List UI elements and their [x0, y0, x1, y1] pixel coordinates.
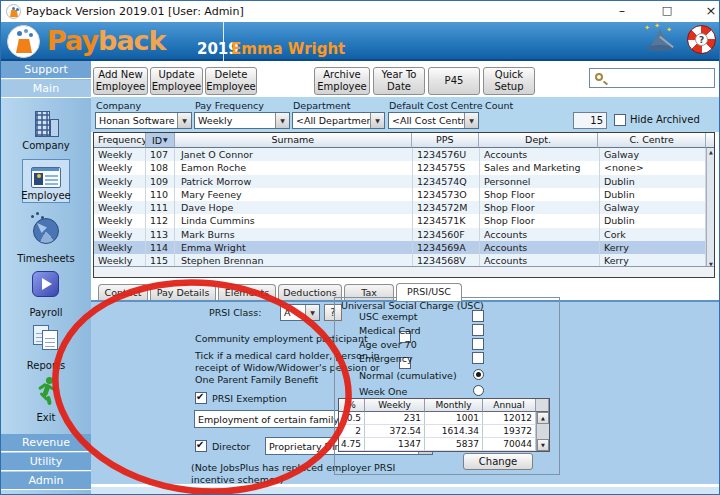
chevron-down-icon[interactable]: ▼	[305, 305, 319, 320]
wizard-icon[interactable]: ✦✦✦	[644, 25, 676, 57]
sidebar-section-revenue[interactable]: Revenue	[1, 434, 91, 452]
chevron-down-icon[interactable]: ▼	[177, 113, 191, 128]
horizontal-scrollbar[interactable]	[94, 266, 714, 277]
vertical-scrollbar[interactable]: ▲ ▼	[706, 148, 714, 268]
company-icon	[31, 109, 61, 139]
employee-cell: Dave Hope	[175, 201, 413, 214]
button-label: Date	[387, 81, 411, 94]
age-over-70-checkbox[interactable]	[472, 338, 484, 350]
scroll-down-icon[interactable]: ▼	[537, 439, 549, 451]
column-header-surname[interactable]: Surname	[175, 133, 412, 148]
column-header-frequency[interactable]: Frequency	[94, 133, 146, 148]
emergency-checkbox[interactable]	[472, 352, 484, 364]
employee-card-icon	[31, 163, 61, 193]
employee-cell: Galway	[600, 201, 706, 214]
rate-col-percent: %	[339, 399, 365, 412]
employee-cell: 108	[146, 161, 175, 174]
count-label: Count	[485, 100, 513, 111]
employee-cell: Shop Floor	[480, 201, 600, 214]
scroll-up-icon[interactable]: ▲	[707, 148, 715, 156]
sidebar-section-support[interactable]: Support	[1, 61, 91, 79]
chevron-down-icon[interactable]: ▼	[370, 113, 384, 128]
usc-rate-cell: 372.54	[365, 425, 425, 438]
tab-prsi-usc[interactable]: PRSI/USC	[396, 283, 462, 301]
employee-cell: Weekly	[94, 161, 146, 174]
quick-setup-button[interactable]: QuickSetup	[483, 67, 535, 95]
archive-employee-button[interactable]: ArchiveEmployee	[314, 67, 370, 95]
tab-contact[interactable]: Contact	[98, 284, 148, 300]
normal-cumulative-radio[interactable]	[473, 369, 484, 380]
employee-row[interactable]: Weekly113Mark Burns1234560FAccountsCork	[94, 228, 714, 241]
employee-cell: Cork	[600, 228, 706, 241]
employee-cell: 112	[146, 214, 175, 227]
delete-employee-button[interactable]: DeleteEmployee	[205, 67, 257, 95]
usc-title: Universal Social Charge (USC)	[341, 300, 484, 311]
sidebar-section-admin[interactable]: Admin	[1, 472, 91, 490]
tab-elements[interactable]: Elements	[218, 284, 276, 300]
employee-row[interactable]: Weekly107Janet O Connor1234576UAccountsG…	[94, 148, 714, 161]
employee-cell: Weekly	[94, 228, 146, 241]
chevron-down-icon[interactable]: ▼	[464, 113, 478, 128]
sidebar-item-label: Employee	[1, 190, 91, 201]
employee-row[interactable]: Weekly111Dave Hope1234572MShop FloorGalw…	[94, 201, 714, 214]
usc-rate-cell: 231	[365, 412, 425, 425]
company-select[interactable]: Honan Software▼	[95, 112, 192, 129]
rates-scrollbar[interactable]: ▲ ▼	[536, 412, 549, 451]
prsi-class-select[interactable]: A▼	[280, 304, 320, 321]
maximize-button[interactable]: □	[656, 1, 678, 22]
clock-pie-icon	[31, 215, 61, 245]
usc-rate-cell: 4.75	[339, 438, 365, 451]
employee-cell: Dublin	[600, 214, 706, 227]
column-header-id-sorted[interactable]: ID▼	[146, 133, 175, 148]
normal-cumulative-label: Normal (cumulative)	[359, 370, 457, 381]
employee-row[interactable]: Weekly112Linda Cummins1234571KShop Floor…	[94, 214, 714, 227]
rate-col-weekly: Weekly	[365, 399, 425, 412]
director-checkbox[interactable]: ✔	[195, 440, 207, 452]
employee-cell: Sales and Marketing	[480, 161, 600, 174]
sort-desc-icon: ▼	[163, 136, 168, 143]
department-select[interactable]: <All Department▼	[292, 112, 385, 129]
sidebar-section-utility[interactable]: Utility	[1, 453, 91, 471]
usc-rate-cell: 0.5	[339, 412, 365, 425]
year-to-date-button[interactable]: Year ToDate	[373, 67, 425, 95]
minimize-button[interactable]: –	[611, 1, 633, 22]
column-header-pps[interactable]: PPS	[412, 133, 479, 148]
column-header-dept[interactable]: Dept.	[479, 133, 599, 148]
usc-rate-row: 4.751347583770044	[339, 438, 549, 451]
employee-row[interactable]: Weekly108Eamon Roche1234575SSales and Ma…	[94, 161, 714, 174]
tab-pay-details[interactable]: Pay Details	[150, 284, 216, 300]
prsi-class-label: PRSI Class:	[209, 307, 261, 318]
employee-row[interactable]: Weekly109Patrick Morrow1234574QPersonnel…	[94, 175, 714, 188]
app-icon	[6, 4, 21, 19]
medical-card-usc-checkbox[interactable]	[472, 324, 484, 336]
week-one-radio[interactable]	[473, 385, 484, 396]
add-new-employee-button[interactable]: Add NewEmployee	[93, 67, 148, 95]
update-employee-button[interactable]: UpdateEmployee	[150, 67, 203, 95]
tab-deductions[interactable]: Deductions	[278, 284, 342, 300]
employee-cell: 1234569A	[413, 241, 480, 254]
button-label: Archive	[323, 69, 360, 82]
column-header-centre[interactable]: C. Centre	[598, 133, 706, 148]
search-input[interactable]	[608, 70, 712, 86]
usc-exempt-checkbox[interactable]	[472, 310, 484, 322]
scroll-up-icon[interactable]: ▲	[537, 412, 549, 424]
employee-cell: Weekly	[94, 148, 146, 161]
employee-cell: Weekly	[94, 188, 146, 201]
pay-frequency-select[interactable]: Weekly▼	[194, 112, 290, 129]
close-button[interactable]: ×	[700, 1, 720, 22]
sidebar-section-main[interactable]: Main	[1, 80, 91, 98]
header-spacer	[706, 133, 714, 148]
hide-archived-checkbox[interactable]	[614, 114, 626, 126]
prsi-exemption-checkbox[interactable]: ✔	[195, 392, 207, 404]
p45-button[interactable]: P45	[428, 67, 480, 95]
employee-row[interactable]: Weekly114Emma Wright1234569AAccountsKerr…	[94, 241, 714, 254]
employee-cell: 113	[146, 228, 175, 241]
help-icon[interactable]: ?	[687, 25, 716, 54]
chevron-down-icon[interactable]: ▼	[275, 113, 289, 128]
employee-cell: Emma Wright	[175, 241, 413, 254]
usc-rate-cell: 19372	[483, 425, 536, 438]
employee-row[interactable]: Weekly110Mary Feeney1234573OShop FloorDu…	[94, 188, 714, 201]
change-button[interactable]: Change	[463, 453, 533, 470]
count-field: 15	[573, 112, 607, 129]
cost-centre-select[interactable]: <All Cost Centre▼	[388, 112, 479, 129]
